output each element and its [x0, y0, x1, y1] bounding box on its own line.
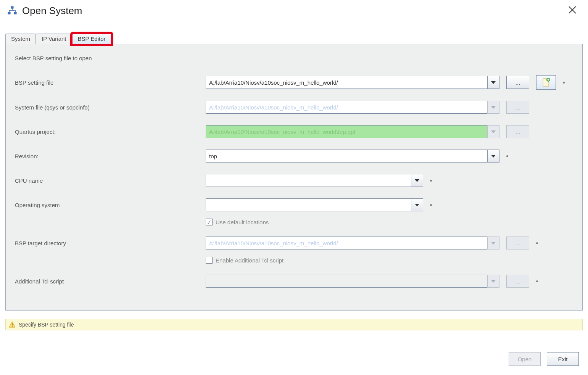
label-system-file: System file (qsys or sopcinfo)	[15, 104, 206, 111]
revision-input[interactable]	[206, 150, 487, 163]
exit-button[interactable]: Exit	[547, 352, 579, 366]
use-default-locations-checkbox[interactable]: ✓	[206, 219, 213, 225]
label-operating-system: Operating system	[15, 202, 206, 208]
indicator-dot	[430, 180, 432, 182]
quartus-project-browse: ...	[506, 125, 529, 138]
tab-system[interactable]: System	[5, 34, 36, 44]
bsp-setting-file-browse[interactable]: ...	[506, 76, 529, 89]
system-file-browse: ...	[506, 101, 529, 114]
label-bsp-target-dir: BSP target directory	[15, 240, 206, 246]
cpu-name-input[interactable]	[206, 174, 411, 187]
system-file-dropdown	[487, 101, 499, 114]
svg-rect-4	[12, 323, 13, 326]
operating-system-dropdown[interactable]	[411, 198, 423, 211]
indicator-dot	[536, 242, 538, 244]
label-revision: Revision:	[15, 153, 206, 159]
indicator-dot	[563, 82, 565, 84]
window-title: Open System	[22, 5, 82, 17]
close-button[interactable]	[564, 3, 580, 18]
chevron-down-icon	[415, 204, 419, 206]
tab-bsp-editor[interactable]: BSP Editor	[72, 34, 111, 44]
bsp-target-dir-dropdown	[487, 237, 499, 249]
chevron-down-icon	[491, 81, 496, 84]
use-default-locations-label: Use default locations	[216, 219, 269, 225]
new-file-icon	[542, 78, 550, 87]
additional-tcl-dropdown	[487, 275, 499, 288]
label-bsp-setting-file: BSP setting file	[15, 79, 206, 86]
svg-rect-1	[8, 12, 10, 14]
label-quartus-project: Quartus project:	[15, 129, 206, 135]
status-bar: Specify BSP setting file	[5, 319, 583, 330]
revision-dropdown[interactable]	[487, 150, 499, 163]
titlebar: Open System	[0, 0, 588, 21]
chevron-down-icon	[491, 155, 496, 158]
bsp-target-dir-input	[206, 237, 487, 249]
panel-instruction: Select BSP setting file to open	[15, 55, 573, 61]
indicator-dot	[536, 280, 538, 282]
indicator-dot	[430, 204, 432, 206]
chevron-down-icon	[491, 130, 496, 133]
system-file-input	[206, 101, 487, 114]
open-button: Open	[509, 352, 541, 366]
bsp-setting-file-dropdown[interactable]	[487, 76, 499, 89]
status-message: Specify BSP setting file	[19, 322, 74, 328]
bsp-editor-panel: Select BSP setting file to open BSP sett…	[5, 44, 583, 311]
new-file-button[interactable]	[536, 75, 556, 90]
indicator-dot	[506, 155, 508, 157]
checkmark-icon: ✓	[207, 219, 212, 225]
additional-tcl-input	[206, 275, 487, 288]
cpu-name-dropdown[interactable]	[411, 174, 423, 187]
chevron-down-icon	[415, 179, 419, 182]
operating-system-input[interactable]	[206, 198, 411, 211]
svg-rect-5	[12, 326, 13, 327]
dialog-footer: Open Exit	[509, 352, 579, 366]
bsp-setting-file-input[interactable]	[206, 76, 487, 89]
enable-additional-tcl-label: Enable Additional Tcl script	[216, 257, 284, 264]
label-cpu-name: CPU name	[15, 177, 206, 184]
bsp-target-dir-browse: ...	[506, 237, 529, 249]
warning-icon	[9, 321, 16, 328]
svg-rect-2	[14, 12, 16, 14]
chevron-down-icon	[491, 106, 496, 109]
svg-rect-0	[11, 6, 13, 8]
chevron-down-icon	[491, 280, 496, 283]
app-icon	[8, 6, 17, 15]
enable-additional-tcl-checkbox[interactable]	[206, 257, 213, 264]
chevron-down-icon	[491, 242, 496, 245]
tabstrip: System IP Variant BSP Editor	[5, 31, 583, 44]
quartus-project-dropdown	[487, 125, 499, 138]
additional-tcl-browse: ...	[506, 275, 529, 288]
tab-ip-variant[interactable]: IP Variant	[36, 34, 72, 44]
label-additional-tcl: Additional Tcl script	[15, 278, 206, 285]
quartus-project-input	[206, 125, 487, 138]
